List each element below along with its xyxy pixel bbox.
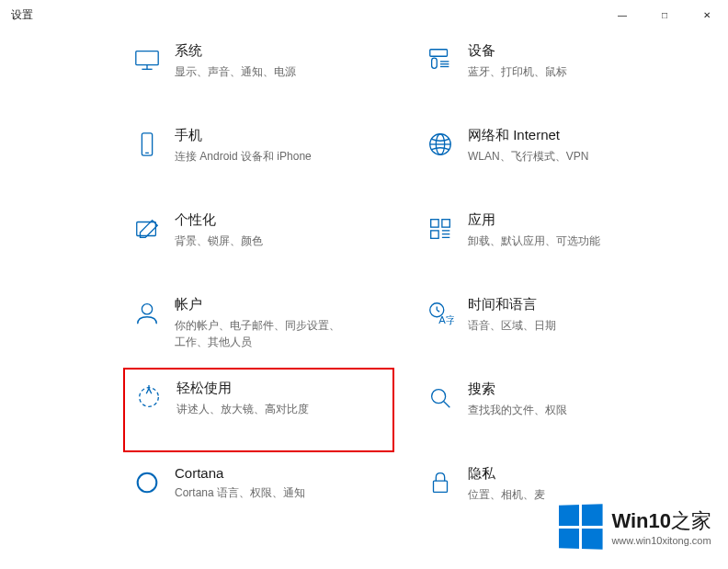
globe-icon: [416, 127, 464, 158]
tile-desc: 连接 Android 设备和 iPhone: [175, 148, 349, 165]
cortana-icon: [123, 465, 171, 496]
tile-desc: Cortana 语言、权限、通知: [175, 484, 349, 501]
tile-ease-of-access[interactable]: 轻松使用 讲述人、放大镜、高对比度: [123, 368, 394, 452]
tile-desc: WLAN、飞行模式、VPN: [468, 148, 643, 165]
tile-title: 隐私: [468, 465, 677, 483]
svg-point-28: [138, 473, 157, 493]
window-title: 设置: [11, 7, 33, 23]
tile-title: Cortana: [175, 465, 383, 481]
watermark-url: www.win10xitong.com: [611, 535, 711, 546]
maximize-button[interactable]: □: [643, 0, 686, 29]
svg-text:A字: A字: [438, 314, 454, 325]
svg-point-20: [142, 304, 152, 314]
time-language-icon: A字: [416, 296, 464, 327]
tile-title: 搜索: [468, 381, 677, 398]
svg-rect-4: [432, 58, 438, 68]
tile-desc: 背景、锁屏、颜色: [175, 233, 349, 249]
apps-icon: [416, 211, 464, 243]
minimize-button[interactable]: —: [601, 0, 643, 29]
watermark: Win10之家 www.win10xitong.com: [558, 505, 711, 549]
tile-desc: 显示、声音、通知、电源: [175, 63, 349, 80]
tile-network[interactable]: 网络和 Internet WLAN、飞行模式、VPN: [416, 114, 688, 199]
tile-system[interactable]: 系统 显示、声音、通知、电源: [123, 29, 394, 114]
tile-title: 手机: [175, 127, 383, 144]
tile-desc: 蓝牙、打印机、鼠标: [468, 63, 643, 80]
paint-icon: [123, 211, 171, 243]
tile-desc: 查找我的文件、权限: [468, 402, 643, 418]
tile-title: 应用: [468, 211, 677, 229]
tile-desc: 位置、相机、麦: [468, 486, 643, 503]
svg-rect-8: [142, 133, 152, 155]
lock-icon: [416, 465, 464, 496]
person-icon: [123, 296, 171, 327]
windows-logo-icon: [559, 504, 603, 550]
close-button[interactable]: ✕: [686, 0, 728, 29]
tile-title: 系统: [175, 42, 383, 60]
tile-cortana[interactable]: Cortana Cortana 语言、权限、通知: [123, 452, 394, 537]
tile-desc: 卸载、默认应用、可选功能: [468, 233, 643, 249]
svg-rect-16: [431, 231, 438, 238]
tile-desc: 语音、区域、日期: [468, 317, 643, 334]
svg-point-26: [432, 390, 446, 404]
tile-search[interactable]: 搜索 查找我的文件、权限: [416, 368, 688, 452]
svg-rect-29: [434, 481, 448, 492]
tile-title: 轻松使用: [176, 380, 381, 397]
svg-line-27: [444, 402, 450, 408]
tile-accounts[interactable]: 帐户 你的帐户、电子邮件、同步设置、工作、其他人员: [123, 283, 394, 368]
tile-desc: 讲述人、放大镜、高对比度: [176, 401, 351, 417]
tile-title: 个性化: [175, 211, 383, 229]
tile-title: 设备: [468, 42, 677, 60]
devices-icon: [416, 42, 464, 74]
svg-rect-3: [430, 50, 448, 57]
svg-line-23: [437, 310, 439, 312]
tile-personalization[interactable]: 个性化 背景、锁屏、颜色: [123, 199, 394, 283]
svg-rect-0: [136, 51, 158, 65]
phone-icon: [123, 127, 171, 158]
tile-title: 网络和 Internet: [468, 127, 677, 144]
search-icon: [416, 381, 464, 412]
tile-desc: 你的帐户、电子邮件、同步设置、工作、其他人员: [175, 317, 349, 350]
ease-of-access-icon: [125, 380, 173, 411]
svg-point-25: [140, 388, 159, 407]
tile-title: 时间和语言: [468, 296, 677, 313]
tile-title: 帐户: [175, 296, 383, 313]
window-controls: — □ ✕: [601, 0, 728, 29]
tile-devices[interactable]: 设备 蓝牙、打印机、鼠标: [416, 29, 688, 114]
titlebar: 设置 — □ ✕: [0, 0, 728, 29]
tile-apps[interactable]: 应用 卸载、默认应用、可选功能: [416, 199, 688, 283]
watermark-brand: Win10之家: [611, 507, 711, 535]
tile-phone[interactable]: 手机 连接 Android 设备和 iPhone: [123, 114, 394, 199]
system-icon: [123, 42, 171, 74]
svg-rect-14: [431, 220, 438, 227]
svg-rect-15: [442, 220, 449, 227]
tile-time-language[interactable]: A字 时间和语言 语音、区域、日期: [416, 283, 688, 368]
